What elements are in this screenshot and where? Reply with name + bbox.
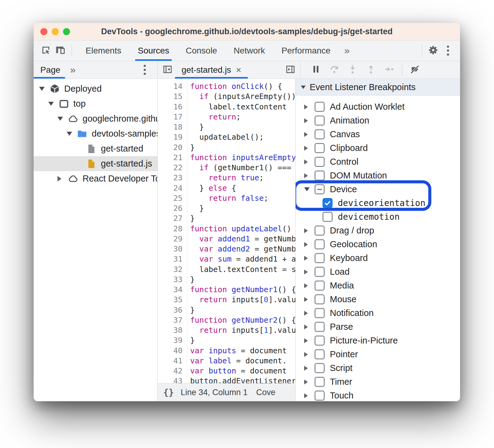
breakpoint-row[interactable]: Load [296,265,460,279]
category-collapsed-icon[interactable] [304,228,315,233]
breakpoint-row[interactable]: DOM Mutation [296,169,460,182]
minimize-window-button[interactable] [52,28,59,35]
line-number[interactable]: 21 [158,152,187,163]
line-number[interactable]: 40 [158,346,187,356]
line-number[interactable]: 28 [158,224,187,234]
breakpoint-row[interactable]: Touch [296,389,460,401]
close-tab-icon[interactable]: × [236,65,241,75]
checkbox-unchecked[interactable] [315,349,325,359]
checkbox-unchecked[interactable] [315,143,325,153]
category-expanded-icon[interactable] [304,187,315,191]
tree-row[interactable]: googlechrome.github.io [34,111,157,126]
tree-row[interactable]: get-started [34,141,157,156]
breakpoint-row[interactable]: Canvas [296,127,460,141]
panel-tab-console[interactable]: Console [177,40,225,61]
line-number[interactable]: 17 [158,112,187,122]
breakpoint-row[interactable]: Drag / drop [296,224,460,237]
category-collapsed-icon[interactable] [304,173,315,178]
line-number[interactable]: 25 [158,193,187,203]
breakpoint-row[interactable]: Ad Auction Worklet [296,100,460,114]
tree-row[interactable]: devtools-samples [34,126,157,141]
checkbox-unchecked[interactable] [315,294,325,304]
checkbox-unchecked[interactable] [315,322,325,332]
tree-row[interactable]: React Developer Tools [34,171,157,186]
category-collapsed-icon[interactable] [304,146,315,151]
tree-row[interactable]: get-started.js [34,156,157,171]
line-number[interactable]: 23 [158,173,187,183]
category-collapsed-icon[interactable] [304,338,315,343]
event-listener-breakpoints-header[interactable]: Event Listener Breakpoints [296,79,460,96]
breakpoint-row[interactable]: deviceorientation [296,196,460,210]
checkbox-unchecked[interactable] [315,336,325,346]
breakpoint-row[interactable]: devicemotion [296,210,460,224]
line-number[interactable]: 18 [158,122,187,132]
category-collapsed-icon[interactable] [304,256,315,261]
breakpoint-row[interactable]: Control [296,155,460,169]
hide-navigator-button[interactable] [160,63,175,77]
breakpoint-row[interactable]: Parse [296,320,460,334]
breakpoint-row[interactable]: Timer [296,375,460,389]
checkbox-unchecked[interactable] [315,239,325,249]
category-collapsed-icon[interactable] [304,105,315,109]
breakpoint-row[interactable]: Media [296,279,460,292]
panel-tab-performance[interactable]: Performance [273,40,339,61]
tab-page[interactable]: Page [34,61,68,79]
line-number[interactable]: 26 [158,203,187,213]
breakpoint-row[interactable]: Pointer [296,347,460,361]
breakpoint-row[interactable]: Picture-in-Picture [296,334,460,347]
category-collapsed-icon[interactable] [304,366,315,371]
line-number[interactable]: 41 [158,356,187,366]
line-number[interactable]: 15 [158,91,187,101]
category-collapsed-icon[interactable] [304,160,315,164]
checkbox-unchecked[interactable] [315,129,325,139]
more-panels-chevron[interactable]: » [339,45,355,56]
breakpoint-row[interactable]: Script [296,361,460,375]
inspect-element-button[interactable] [39,43,53,58]
panel-tab-network[interactable]: Network [225,40,273,61]
line-number[interactable]: 32 [158,264,187,274]
line-number[interactable]: 19 [158,132,187,142]
category-collapsed-icon[interactable] [304,270,315,274]
category-collapsed-icon[interactable] [304,352,315,357]
checkbox-unchecked[interactable] [315,281,325,291]
close-window-button[interactable] [40,28,47,35]
deactivate-breakpoints-button[interactable] [407,63,424,77]
checkbox-unchecked[interactable] [315,308,325,318]
line-number[interactable]: 16 [158,102,187,112]
pause-script-button[interactable] [307,63,324,77]
main-menu-button[interactable] [441,46,455,56]
checkbox-unchecked[interactable] [315,253,325,263]
line-number[interactable]: 43 [158,376,187,384]
breakpoint-row[interactable]: Notification [296,306,460,320]
code-area[interactable]: 1415161718192021222324252627282930313233… [158,79,295,384]
breakpoint-row[interactable]: Geolocation [296,237,460,251]
checkbox-checked[interactable] [323,198,333,208]
step-out-button[interactable] [362,63,379,77]
category-collapsed-icon[interactable] [304,380,315,384]
line-number[interactable]: 27 [158,213,187,223]
category-collapsed-icon[interactable] [304,242,315,247]
line-number[interactable]: 38 [158,325,187,335]
line-number[interactable]: 31 [158,254,187,264]
step-over-button[interactable] [326,63,343,77]
category-collapsed-icon[interactable] [304,118,315,123]
checkbox-unchecked[interactable] [315,377,325,387]
line-number[interactable]: 22 [158,163,187,173]
pretty-print-icon[interactable]: {} [163,387,174,398]
category-collapsed-icon[interactable] [304,393,315,398]
more-navigator-tabs-chevron[interactable]: » [68,64,77,75]
step-button[interactable] [381,63,398,77]
breakpoint-row[interactable]: Clipboard [296,141,460,155]
checkbox-unchecked[interactable] [315,363,325,373]
checkbox-unchecked[interactable] [315,116,325,126]
category-collapsed-icon[interactable] [304,297,315,302]
line-number[interactable]: 37 [158,315,187,325]
checkbox-unchecked[interactable] [323,212,333,222]
navigator-menu-button[interactable] [137,65,152,75]
editor-tab-get-started-js[interactable]: get-started.js × [175,61,248,79]
checkbox-unchecked[interactable] [315,102,325,112]
show-debugger-sidebar-button[interactable] [283,63,298,77]
step-into-button[interactable] [344,63,361,77]
breakpoint-row[interactable]: Animation [296,114,460,127]
checkbox-unchecked[interactable] [315,226,325,236]
